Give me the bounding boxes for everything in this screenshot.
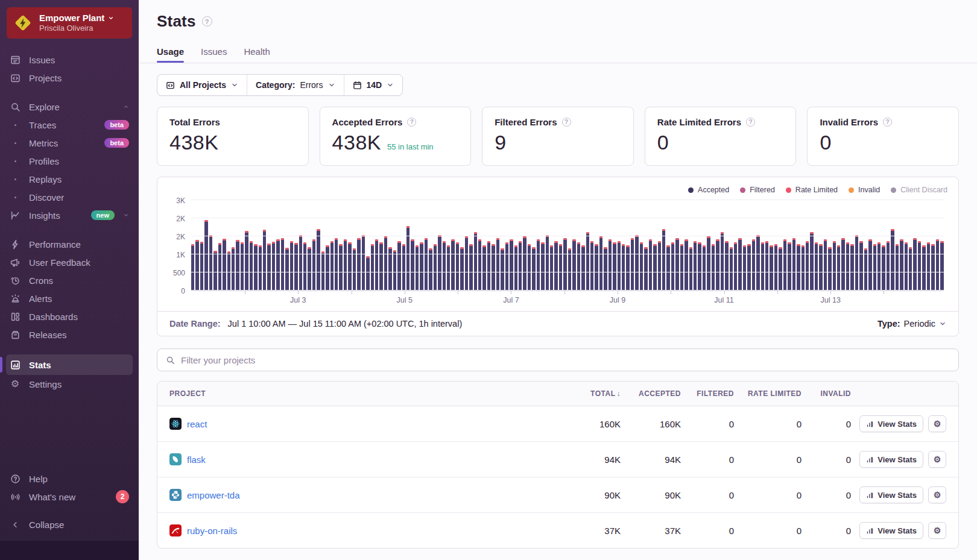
project-settings-button[interactable]: ⚙ [928, 486, 946, 503]
legend-item-client-discard[interactable]: Client Discard [891, 186, 947, 194]
project-settings-button[interactable]: ⚙ [928, 415, 946, 432]
sidebar-item-crons[interactable]: Crons [0, 271, 139, 289]
x-axis-tick [671, 291, 671, 294]
project-settings-button[interactable]: ⚙ [928, 522, 946, 539]
gridline [191, 218, 944, 218]
chart-bar [227, 251, 230, 291]
sidebar-item-issues[interactable]: Issues [0, 51, 139, 69]
chart-bar [824, 239, 827, 291]
view-stats-button[interactable]: View Stats [859, 486, 923, 503]
project-selector[interactable]: All Projects [157, 75, 247, 95]
tab-usage[interactable]: Usage [157, 46, 184, 63]
chart-bar [743, 245, 746, 291]
line-chart-icon [10, 210, 21, 221]
sidebar-item-performance[interactable]: Performance [0, 235, 139, 253]
legend-item-filtered[interactable]: Filtered [740, 186, 775, 194]
sidebar-item-releases[interactable]: Releases [0, 326, 139, 344]
project-link[interactable]: empower-tda [187, 490, 240, 500]
legend-item-rate-limited[interactable]: Rate Limited [786, 186, 838, 194]
chart-bar [420, 242, 423, 291]
chart-bar [563, 238, 566, 291]
help-icon[interactable] [407, 118, 416, 127]
legend-item-invalid[interactable]: Invalid [849, 186, 880, 194]
table-row: react 160K 160K 0 0 0 View Stats ⚙ [157, 406, 958, 442]
legend-item-accepted[interactable]: Accepted [688, 186, 729, 194]
chart-bar [671, 242, 674, 291]
new-badge: new [91, 210, 115, 220]
chart-bar [568, 248, 571, 291]
legend-label: Client Discard [900, 186, 947, 194]
chart-bar [384, 236, 387, 291]
main-content: Stats Usage Issues Health All Projects C… [139, 0, 977, 560]
help-icon[interactable] [883, 118, 892, 127]
chart-bar [703, 245, 706, 291]
view-stats-button[interactable]: View Stats [859, 451, 923, 468]
sidebar-item-explore[interactable]: Explore [0, 98, 139, 116]
chart-bar [236, 240, 239, 291]
sidebar-item-dashboards[interactable]: Dashboards [0, 307, 139, 326]
project-link[interactable]: ruby-on-rails [187, 526, 237, 536]
sidebar-item-replays[interactable]: Replays [0, 170, 139, 188]
gear-icon: ⚙ [934, 490, 941, 500]
col-invalid[interactable]: INVALID [802, 389, 851, 398]
col-filtered[interactable]: FILTERED [681, 389, 734, 398]
card-total-errors: Total Errors 438K [157, 107, 309, 166]
chart-bar [761, 242, 764, 291]
help-icon[interactable] [746, 118, 755, 127]
page-help-icon[interactable] [202, 16, 212, 27]
type-selector[interactable]: Type: Periodic [877, 319, 946, 329]
sidebar-item-projects[interactable]: Projects [0, 69, 139, 87]
legend-dot-icon [786, 187, 791, 193]
org-switcher[interactable]: Empower Plant Priscila Oliveira [7, 7, 132, 39]
col-project[interactable]: PROJECT [169, 389, 557, 398]
sidebar-item-stats[interactable]: Stats [6, 354, 133, 375]
help-icon[interactable] [562, 118, 571, 127]
search-icon [10, 102, 21, 112]
view-stats-button[interactable]: View Stats [859, 522, 923, 539]
sidebar-item-settings[interactable]: ⚙ Settings [0, 375, 139, 393]
col-accepted[interactable]: ACCEPTED [621, 389, 681, 398]
page-title: Stats [157, 12, 196, 31]
view-stats-button[interactable]: View Stats [859, 415, 923, 432]
grid-icon [10, 312, 21, 322]
sidebar-item-metrics[interactable]: Metrics beta [0, 134, 139, 152]
card-filtered-errors: Filtered Errors 9 [482, 107, 634, 166]
card-invalid-errors: Invalid Errors 0 [807, 107, 959, 166]
col-rate-limited[interactable]: RATE LIMITED [734, 389, 802, 398]
tab-issues[interactable]: Issues [201, 46, 227, 63]
chart-bar [218, 243, 221, 291]
date-range-selector[interactable]: 14D [344, 75, 403, 95]
sidebar-item-help[interactable]: Help [0, 470, 139, 488]
sidebar-item-alerts[interactable]: Alerts [0, 289, 139, 307]
sidebar-item-traces[interactable]: Traces beta [0, 116, 139, 134]
table-header: PROJECT TOTAL↓ ACCEPTED FILTERED RATE LI… [157, 382, 958, 406]
category-selector[interactable]: Category: Errors [247, 75, 343, 95]
project-link[interactable]: flask [187, 455, 206, 465]
megaphone-icon [10, 257, 21, 268]
project-link[interactable]: react [187, 419, 207, 429]
sidebar-item-discover[interactable]: Discover [0, 188, 139, 206]
project-filter-box [157, 348, 959, 371]
project-settings-button[interactable]: ⚙ [928, 451, 946, 468]
active-indicator [0, 357, 2, 373]
date-range-value: Jul 1 10:00 AM — Jul 15 11:00 AM (+02:00… [228, 319, 463, 329]
gear-icon: ⚙ [934, 455, 941, 464]
sidebar-item-whats-new[interactable]: What's new 2 [0, 488, 139, 506]
chart-bar [873, 244, 876, 291]
chart-bar [572, 239, 575, 291]
col-total[interactable]: TOTAL↓ [557, 389, 621, 398]
chart-bar [581, 245, 584, 291]
tab-health[interactable]: Health [244, 46, 270, 63]
chart-bar [348, 242, 351, 291]
sidebar-item-insights[interactable]: Insights new [0, 206, 139, 224]
sidebar: Empower Plant Priscila Oliveira Issues P… [0, 0, 139, 560]
chart-bar [774, 244, 777, 291]
chart-bar [640, 242, 643, 291]
table-row: flask 94K 94K 0 0 0 View Stats ⚙ [157, 442, 958, 477]
sidebar-item-profiles[interactable]: Profiles [0, 152, 139, 170]
sidebar-collapse-button[interactable]: Collapse [0, 515, 139, 533]
x-axis-tick [564, 291, 565, 294]
project-filter-input[interactable] [181, 355, 950, 365]
chart-bar [846, 242, 849, 291]
sidebar-item-user-feedback[interactable]: User Feedback [0, 253, 139, 271]
